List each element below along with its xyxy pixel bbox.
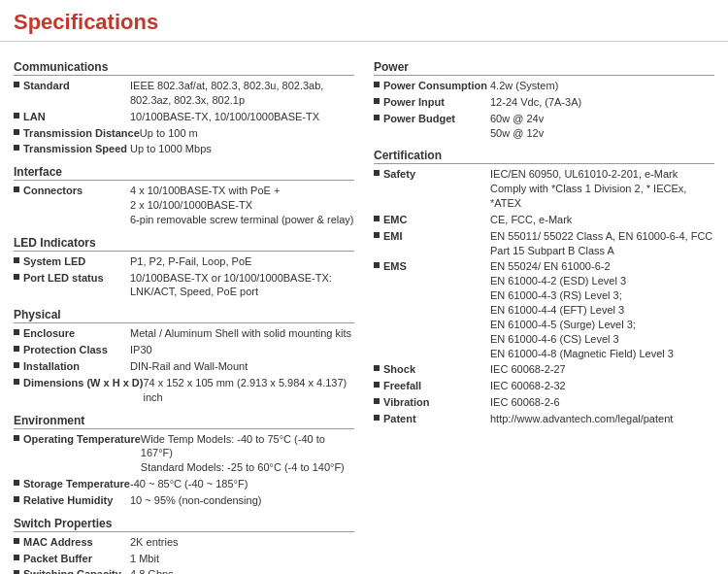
bullet-icon bbox=[374, 262, 380, 268]
bullet-icon bbox=[14, 538, 19, 544]
bullet-icon bbox=[374, 365, 380, 371]
spec-row: EnclosureMetal / Aluminum Shell with sol… bbox=[14, 326, 354, 341]
spec-row: StandardIEEE 802.3af/at, 802.3, 802.3u, … bbox=[14, 79, 354, 108]
spec-label: Packet Buffer bbox=[23, 552, 130, 566]
spec-value: EN 55011/ 55022 Class A, EN 61000-6-4, F… bbox=[490, 229, 714, 258]
bullet-icon bbox=[14, 186, 19, 192]
section-title: Interface bbox=[14, 165, 354, 181]
spec-row: Packet Buffer1 Mbit bbox=[14, 552, 354, 566]
spec-value: 10 ~ 95% (non-condensing) bbox=[130, 493, 354, 508]
spec-value: 74 x 152 x 105 mm (2.913 x 5.984 x 4.137… bbox=[143, 376, 354, 405]
bullet-icon bbox=[14, 129, 19, 135]
spec-label: Transmission Distance bbox=[23, 126, 140, 141]
spec-value: 10/100BASE-TX, 10/100/1000BASE-TX bbox=[130, 110, 354, 124]
spec-value: IEEE 802.3af/at, 802.3, 802.3u, 802.3ab,… bbox=[130, 79, 354, 108]
bullet-icon bbox=[374, 216, 380, 221]
spec-value: Up to 1000 Mbps bbox=[130, 142, 354, 156]
spec-row: Switching Capacity4.8 Gbps bbox=[14, 567, 354, 574]
spec-value: IEC 60068-2-27 bbox=[490, 362, 714, 377]
section-title: Switch Properties bbox=[14, 517, 354, 532]
spec-label: Enclosure bbox=[23, 326, 130, 341]
section-power: PowerPower Consumption4.2w (System)Power… bbox=[374, 60, 714, 140]
spec-value: 1 Mbit bbox=[130, 552, 354, 566]
spec-value: 4.2w (System) bbox=[490, 79, 714, 93]
spec-row: VibrationIEC 60068-2-6 bbox=[374, 395, 714, 410]
section-led-indicators: LED IndicatorsSystem LEDP1, P2, P-Fail, … bbox=[14, 236, 354, 300]
spec-row: SafetyIEC/EN 60950, UL61010-2-201, e-Mar… bbox=[374, 167, 714, 211]
spec-row: EMIEN 55011/ 55022 Class A, EN 61000-6-4… bbox=[374, 229, 714, 258]
spec-row: InstallationDIN-Rail and Wall-Mount bbox=[14, 359, 354, 374]
spec-row: Operating TemperatureWide Temp Models: -… bbox=[14, 432, 354, 476]
bullet-icon bbox=[14, 496, 19, 502]
spec-value: IP30 bbox=[130, 343, 354, 357]
spec-label: MAC Address bbox=[23, 535, 130, 550]
spec-label: Protection Class bbox=[23, 343, 130, 357]
spec-row: Protection ClassIP30 bbox=[14, 343, 354, 357]
spec-row: LAN10/100BASE-TX, 10/100/1000BASE-TX bbox=[14, 110, 354, 124]
spec-row: Power Budget60w @ 24v 50w @ 12v bbox=[374, 112, 714, 141]
bullet-icon bbox=[14, 435, 19, 441]
spec-value: 4.8 Gbps bbox=[130, 567, 354, 574]
bullet-icon bbox=[374, 382, 380, 388]
spec-value: 10/100BASE-TX or 10/100/1000BASE-TX: LNK… bbox=[130, 271, 354, 300]
spec-value: 2K entries bbox=[130, 535, 354, 550]
spec-row: Patenthttp://www.advantech.com/legal/pat… bbox=[374, 412, 714, 426]
bullet-icon bbox=[374, 82, 380, 87]
section-title: Certification bbox=[374, 149, 714, 164]
bullet-icon bbox=[14, 145, 19, 151]
spec-value: Wide Temp Models: -40 to 75°C (-40 to 16… bbox=[141, 432, 354, 476]
spec-label: Connectors bbox=[23, 184, 130, 198]
spec-label: EMS bbox=[383, 259, 490, 274]
spec-row: Transmission DistanceUp to 100 m bbox=[14, 126, 354, 141]
bullet-icon bbox=[374, 98, 380, 104]
bullet-icon bbox=[14, 113, 19, 118]
spec-value: IEC 60068-2-32 bbox=[490, 379, 714, 393]
spec-row: Dimensions (W x H x D)74 x 152 x 105 mm … bbox=[14, 376, 354, 405]
spec-row: MAC Address2K entries bbox=[14, 535, 354, 550]
bullet-icon bbox=[14, 274, 19, 280]
spec-label: LAN bbox=[23, 110, 130, 124]
spec-label: Storage Temperature bbox=[23, 477, 130, 491]
spec-label: Patent bbox=[383, 412, 490, 426]
bullet-icon bbox=[374, 398, 380, 404]
spec-label: Power Consumption bbox=[383, 79, 490, 93]
spec-label: Power Budget bbox=[383, 112, 490, 126]
section-title: Communications bbox=[14, 60, 354, 76]
bullet-icon bbox=[14, 555, 19, 560]
spec-value: P1, P2, P-Fail, Loop, PoE bbox=[130, 254, 354, 269]
spec-label: Switching Capacity bbox=[23, 567, 130, 574]
spec-label: Freefall bbox=[383, 379, 490, 393]
spec-label: Safety bbox=[383, 167, 490, 182]
spec-label: Power Input bbox=[383, 95, 490, 110]
spec-label: Shock bbox=[383, 362, 490, 377]
bullet-icon bbox=[14, 570, 19, 574]
spec-row: Port LED status10/100BASE-TX or 10/100/1… bbox=[14, 271, 354, 300]
spec-value: DIN-Rail and Wall-Mount bbox=[130, 359, 354, 374]
spec-row: Transmission SpeedUp to 1000 Mbps bbox=[14, 142, 354, 156]
section-title: Environment bbox=[14, 414, 354, 429]
spec-label: EMC bbox=[383, 213, 490, 227]
spec-row: ShockIEC 60068-2-27 bbox=[374, 362, 714, 377]
bullet-icon bbox=[14, 257, 19, 263]
spec-value: CE, FCC, e-Mark bbox=[490, 213, 714, 227]
spec-value: IEC/EN 60950, UL61010-2-201, e-Mark Comp… bbox=[490, 167, 714, 211]
spec-value: 12-24 Vdc, (7A-3A) bbox=[490, 95, 714, 110]
bullet-icon bbox=[14, 362, 19, 368]
section-title: Power bbox=[374, 60, 714, 76]
spec-row: Connectors4 x 10/100BASE-TX with PoE + 2… bbox=[14, 184, 354, 227]
spec-row: Power Consumption4.2w (System) bbox=[374, 79, 714, 93]
spec-label: Standard bbox=[23, 79, 130, 93]
spec-value: Up to 100 m bbox=[140, 126, 354, 141]
spec-row: Relative Humidity10 ~ 95% (non-condensin… bbox=[14, 493, 354, 508]
spec-value: EN 55024/ EN 61000-6-2 EN 61000-4-2 (ESD… bbox=[490, 259, 714, 360]
left-column: CommunicationsStandardIEEE 802.3af/at, 8… bbox=[14, 51, 364, 574]
spec-value: -40 ~ 85°C (-40 ~ 185°F) bbox=[130, 477, 354, 491]
section-certification: CertificationSafetyIEC/EN 60950, UL61010… bbox=[374, 149, 714, 425]
spec-label: Transmission Speed bbox=[23, 142, 130, 156]
spec-row: EMCCE, FCC, e-Mark bbox=[374, 213, 714, 227]
right-column: PowerPower Consumption4.2w (System)Power… bbox=[364, 51, 714, 574]
spec-row: EMSEN 55024/ EN 61000-6-2 EN 61000-4-2 (… bbox=[374, 259, 714, 360]
section-physical: PhysicalEnclosureMetal / Aluminum Shell … bbox=[14, 308, 354, 404]
bullet-icon bbox=[374, 232, 380, 238]
bullet-icon bbox=[14, 329, 19, 335]
